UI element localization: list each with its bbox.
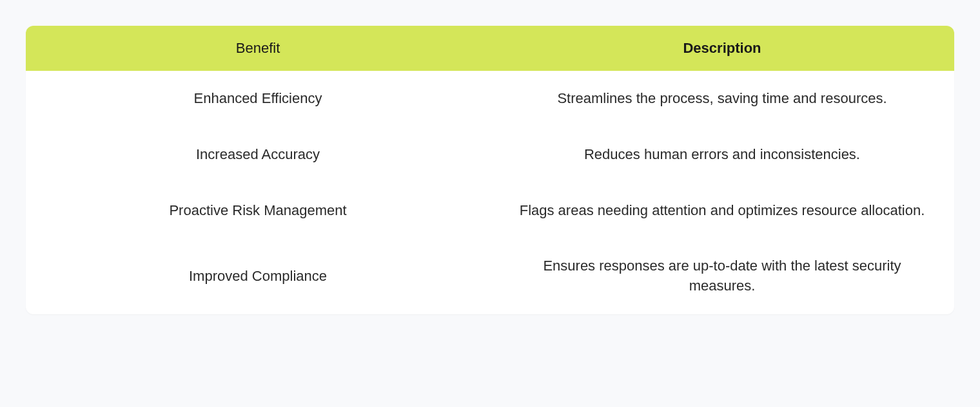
table-row: Increased Accuracy Reduces human errors … <box>26 127 954 183</box>
table-row: Improved Compliance Ensures responses ar… <box>26 238 954 314</box>
cell-description: Streamlines the process, saving time and… <box>490 71 954 127</box>
header-description: Description <box>490 26 954 71</box>
table-row: Proactive Risk Management Flags areas ne… <box>26 183 954 239</box>
cell-description: Ensures responses are up-to-date with th… <box>490 238 954 314</box>
cell-description: Flags areas needing attention and optimi… <box>490 183 954 239</box>
cell-benefit: Improved Compliance <box>26 238 490 314</box>
cell-description: Reduces human errors and inconsistencies… <box>490 127 954 183</box>
benefits-table-container: Benefit Description Enhanced Efficiency … <box>26 26 954 314</box>
table-row: Enhanced Efficiency Streamlines the proc… <box>26 71 954 127</box>
benefits-table: Benefit Description Enhanced Efficiency … <box>26 26 954 314</box>
cell-benefit: Proactive Risk Management <box>26 183 490 239</box>
cell-benefit: Enhanced Efficiency <box>26 71 490 127</box>
table-header-row: Benefit Description <box>26 26 954 71</box>
cell-benefit: Increased Accuracy <box>26 127 490 183</box>
header-benefit: Benefit <box>26 26 490 71</box>
